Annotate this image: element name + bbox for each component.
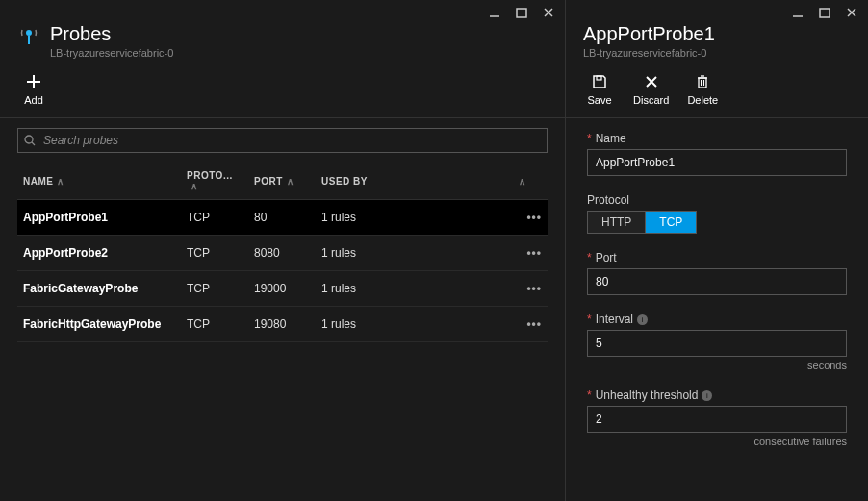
- svg-line-9: [32, 142, 35, 145]
- cell-name: AppPortProbe2: [17, 236, 181, 271]
- cell-name: AppPortProbe1: [17, 200, 181, 236]
- divider: [0, 117, 565, 118]
- blade-header: AppPortProbe1 LB-tryazureservicefabric-0: [566, 19, 868, 66]
- interval-help: seconds: [587, 360, 847, 371]
- info-icon[interactable]: i: [637, 314, 648, 325]
- svg-rect-17: [699, 78, 706, 88]
- save-label: Save: [587, 94, 611, 106]
- protocol-option-http[interactable]: HTTP: [588, 212, 646, 233]
- port-input[interactable]: [587, 268, 847, 295]
- cell-protocol: TCP: [181, 236, 248, 271]
- window-controls-left: [0, 0, 565, 19]
- cell-port: 80: [248, 200, 316, 236]
- detail-title: AppPortProbe1: [583, 23, 715, 45]
- col-name[interactable]: NAME∧: [17, 163, 181, 200]
- sort-icon: ∧: [287, 176, 294, 187]
- detail-subtitle: LB-tryazureservicefabric-0: [583, 47, 715, 59]
- info-icon[interactable]: i: [702, 390, 712, 401]
- minimize-icon[interactable]: [488, 6, 501, 19]
- sort-icon: ∧: [191, 181, 198, 191]
- table-row[interactable]: FabricHttpGatewayProbeTCP190801 rules•••: [17, 307, 548, 342]
- delete-label: Delete: [687, 94, 718, 106]
- close-icon[interactable]: [542, 6, 555, 19]
- table-row[interactable]: AppPortProbe2TCP80801 rules•••: [17, 236, 548, 271]
- col-port[interactable]: PORT∧: [248, 163, 316, 200]
- blade-header: Probes LB-tryazureservicefabric-0: [0, 19, 565, 66]
- row-actions-button[interactable]: •••: [509, 307, 548, 342]
- cell-name: FabricHttpGatewayProbe: [17, 307, 181, 342]
- probe-icon: [17, 23, 50, 46]
- svg-point-4: [26, 30, 32, 36]
- discard-label: Discard: [633, 94, 669, 106]
- field-port: *Port: [587, 251, 847, 295]
- cell-usedby: 1 rules: [316, 271, 509, 307]
- interval-label: Interval: [596, 313, 633, 326]
- save-button[interactable]: Save: [583, 72, 616, 106]
- minimize-icon[interactable]: [791, 6, 804, 19]
- discard-icon: [645, 72, 658, 91]
- probes-list-blade: Probes LB-tryazureservicefabric-0 Add NA…: [0, 0, 566, 501]
- threshold-help: consecutive failures: [587, 436, 847, 447]
- col-usedby[interactable]: USED BY: [316, 163, 509, 200]
- threshold-label: Unhealthy threshold: [596, 388, 699, 402]
- cell-port: 8080: [248, 236, 316, 271]
- add-button[interactable]: Add: [17, 72, 50, 106]
- cell-port: 19080: [248, 307, 316, 342]
- cell-protocol: TCP: [181, 271, 248, 307]
- cell-usedby: 1 rules: [316, 200, 509, 236]
- row-actions-button[interactable]: •••: [509, 200, 548, 236]
- sort-icon: ∧: [519, 176, 526, 187]
- probe-detail-blade: AppPortProbe1 LB-tryazureservicefabric-0…: [566, 0, 868, 501]
- protocol-toggle: HTTP TCP: [587, 211, 697, 234]
- protocol-option-tcp[interactable]: TCP: [646, 212, 696, 233]
- trash-icon: [696, 72, 709, 91]
- sort-icon: ∧: [57, 176, 64, 187]
- cell-usedby: 1 rules: [316, 307, 509, 342]
- svg-point-8: [25, 136, 33, 143]
- maximize-icon[interactable]: [818, 6, 831, 19]
- plus-icon: [26, 72, 41, 91]
- delete-button[interactable]: Delete: [686, 72, 719, 106]
- cell-protocol: TCP: [181, 200, 248, 236]
- add-label: Add: [24, 94, 43, 106]
- discard-button[interactable]: Discard: [633, 72, 669, 106]
- name-input[interactable]: [587, 149, 847, 176]
- svg-rect-14: [597, 76, 601, 80]
- cell-port: 19000: [248, 271, 316, 307]
- cell-protocol: TCP: [181, 307, 248, 342]
- search-input[interactable]: [17, 128, 548, 153]
- search-icon: [24, 135, 36, 146]
- table-row[interactable]: AppPortProbe1TCP801 rules•••: [17, 200, 548, 236]
- row-actions-button[interactable]: •••: [509, 236, 548, 271]
- row-actions-button[interactable]: •••: [509, 271, 548, 307]
- cell-name: FabricGatewayProbe: [17, 271, 181, 307]
- svg-rect-1: [517, 9, 526, 17]
- maximize-icon[interactable]: [515, 6, 528, 19]
- divider: [566, 117, 868, 118]
- port-label: Port: [596, 251, 617, 264]
- table-row[interactable]: FabricGatewayProbeTCP190001 rules•••: [17, 271, 548, 307]
- field-interval: *Intervali seconds: [587, 313, 847, 371]
- blade-title: Probes: [50, 23, 173, 45]
- toolbar-left: Add: [0, 66, 565, 117]
- col-protocol[interactable]: PROTO...∧: [181, 163, 248, 200]
- close-icon[interactable]: [845, 6, 858, 19]
- field-protocol: Protocol HTTP TCP: [587, 193, 847, 234]
- blade-subtitle: LB-tryazureservicefabric-0: [50, 47, 173, 59]
- interval-input[interactable]: [587, 330, 847, 357]
- cell-usedby: 1 rules: [316, 236, 509, 271]
- col-actions: ∧: [509, 163, 548, 200]
- protocol-label: Protocol: [587, 193, 629, 207]
- save-icon: [592, 72, 607, 91]
- name-label: Name: [596, 132, 626, 145]
- window-controls-right: [566, 0, 868, 19]
- threshold-input[interactable]: [587, 406, 847, 433]
- search-probes: [17, 128, 548, 153]
- svg-rect-11: [820, 9, 830, 17]
- toolbar-right: Save Discard Delete: [566, 66, 868, 117]
- field-name: *Name: [587, 132, 847, 176]
- form: *Name Protocol HTTP TCP *Port *Intervali…: [566, 128, 868, 474]
- probes-table: NAME∧ PROTO...∧ PORT∧ USED BY ∧ AppPortP…: [17, 163, 548, 342]
- field-threshold: *Unhealthy thresholdi consecutive failur…: [587, 388, 847, 447]
